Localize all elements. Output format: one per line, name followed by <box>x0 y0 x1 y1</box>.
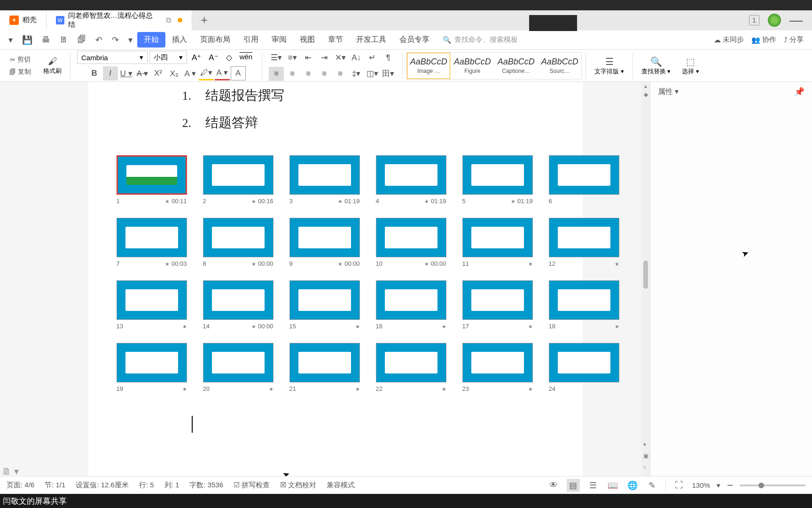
zoom-out-button[interactable]: − <box>727 479 733 492</box>
zoom-slider[interactable] <box>740 484 805 486</box>
menu-insert[interactable]: 插入 <box>165 32 194 48</box>
style-figure[interactable]: AaBbCcD Figure <box>451 53 494 79</box>
status-section[interactable]: 节: 1/1 <box>45 481 65 490</box>
document-page[interactable]: 1. 结题报告撰写 2. 结题答辩 1★ 00:112★ 00:163★ 01:… <box>88 82 583 486</box>
show-marks-button[interactable]: ¶ <box>381 51 396 65</box>
slide-thumb-22[interactable]: 22★ <box>376 343 446 392</box>
clear-format-icon[interactable]: ◇ <box>223 51 235 64</box>
menu-view[interactable]: 视图 <box>293 32 321 48</box>
asian-layout-button[interactable]: ✕▾ <box>333 51 348 65</box>
font-size-select[interactable]: 小四▾ <box>149 51 187 64</box>
tab-document[interactable]: W 闫老师智慧农…流程心得总结 ⧉ <box>47 10 192 30</box>
eye-icon[interactable]: 👁 <box>547 479 560 492</box>
preview-icon[interactable]: 🗎 <box>55 35 73 45</box>
status-words[interactable]: 字数: 3536 <box>189 481 223 490</box>
slide-thumb-10[interactable]: 10★ 00:00 <box>376 218 446 267</box>
tab-home[interactable]: ✦ 稻壳 <box>0 10 47 30</box>
slide-thumb-6[interactable]: 6 <box>549 155 619 205</box>
copy-button[interactable]: 🗐复制 <box>7 66 34 78</box>
subscript-button[interactable]: X₂ <box>167 66 182 80</box>
bold-button[interactable]: B <box>87 66 102 80</box>
find-replace-button[interactable]: 🔍 查找替换 ▾ <box>637 55 676 77</box>
menu-reference[interactable]: 引用 <box>237 32 265 48</box>
italic-button[interactable]: I <box>103 66 118 80</box>
save-icon[interactable]: 💾 <box>17 35 37 45</box>
status-row[interactable]: 行: 5 <box>139 481 154 490</box>
spell-check-button[interactable]: ☑ 拼写检查 <box>234 481 270 490</box>
slide-thumb-17[interactable]: 17★ <box>462 280 533 330</box>
web-view-icon[interactable]: 🌐 <box>626 479 639 492</box>
zoom-knob[interactable] <box>758 483 764 488</box>
slide-thumb-1[interactable]: 1★ 00:11 <box>117 155 187 205</box>
font-select[interactable]: Cambria▾ <box>77 51 148 64</box>
line-break-button[interactable]: ↵ <box>365 51 380 65</box>
superscript-button[interactable]: X² <box>151 66 166 80</box>
align-justify-button[interactable]: ≡ <box>317 67 332 81</box>
menu-review[interactable]: 审阅 <box>265 32 293 48</box>
slide-thumb-12[interactable]: 12★ <box>549 218 619 267</box>
decrease-indent-button[interactable]: ⇤ <box>301 51 316 65</box>
fit-icon[interactable]: ⛶ <box>672 479 686 492</box>
tab-restore-icon[interactable]: ⧉ <box>166 16 171 24</box>
sort-button[interactable]: A↓ <box>349 51 364 65</box>
status-col[interactable]: 列: 1 <box>164 481 180 490</box>
menu-pagelayout[interactable]: 页面布局 <box>194 32 237 48</box>
align-left-button[interactable]: ≡ <box>269 67 284 81</box>
page-icon[interactable]: 🗎 ▾ <box>2 466 19 477</box>
proof-button[interactable]: ☒ 文档校对 <box>280 481 316 490</box>
scroll-prev-icon[interactable]: ▣ <box>642 452 649 460</box>
zoom-percent[interactable]: 130% <box>692 481 710 489</box>
slide-thumb-7[interactable]: 7★ 00:03 <box>117 218 187 267</box>
borders-button[interactable]: 田▾ <box>381 67 396 81</box>
cut-button[interactable]: ✂剪切 <box>7 54 33 65</box>
print-icon[interactable]: 🖶 <box>37 35 55 45</box>
slide-thumb-14[interactable]: 14★ 00:00 <box>203 280 273 330</box>
undo-icon[interactable]: ↶ <box>91 35 107 45</box>
share-button[interactable]: ⤴分享 <box>784 35 804 44</box>
export-icon[interactable]: 🗐 <box>73 35 91 45</box>
text-layout-button[interactable]: ☰ 文字排版 ▾ <box>590 55 629 77</box>
slide-thumb-2[interactable]: 2★ 00:16 <box>203 155 273 205</box>
menu-devtools[interactable]: 开发工具 <box>350 32 393 48</box>
bullets-button[interactable]: ☰▾ <box>269 51 284 65</box>
command-search[interactable]: 🔍 查找命令、搜索模板 <box>436 33 524 46</box>
menu-dropdown-icon[interactable]: ▾ <box>4 35 17 45</box>
styles-gallery[interactable]: AaBbCcD Image … AaBbCcD Figure AaBbCcD C… <box>406 52 582 79</box>
user-avatar[interactable] <box>768 14 781 27</box>
scroll-marker-icon[interactable]: ◆ <box>643 90 649 99</box>
increase-font-icon[interactable]: A⁺ <box>189 51 204 64</box>
unsync-button[interactable]: ☁未同步 <box>714 35 744 44</box>
align-center-button[interactable]: ≡ <box>285 67 300 81</box>
shading-button[interactable]: ◫▾ <box>365 67 380 81</box>
select-button[interactable]: ⬚ 选择 ▾ <box>677 55 704 77</box>
outline-view-icon[interactable]: ☰ <box>586 479 600 492</box>
scroll-down-icon[interactable]: ▾ <box>642 440 649 449</box>
menu-start[interactable]: 开始 <box>137 32 165 48</box>
text-effects-button[interactable]: A ▾ <box>183 66 198 80</box>
scroll-thumb[interactable] <box>643 261 648 289</box>
chevron-down-icon[interactable]: ▾ <box>717 481 720 490</box>
minimize-button[interactable]: — <box>789 13 803 28</box>
menu-member[interactable]: 会员专享 <box>393 32 436 48</box>
format-brush-button[interactable]: 🖌 格式刷 <box>39 55 66 76</box>
pin-icon[interactable]: 📌 <box>794 87 804 97</box>
slide-thumb-23[interactable]: 23★ <box>462 343 533 392</box>
new-tab-button[interactable]: + <box>192 13 216 27</box>
slide-thumb-21[interactable]: 21★ <box>289 343 360 392</box>
slide-thumb-5[interactable]: 5★ 01:19 <box>462 155 533 205</box>
vertical-scrollbar[interactable]: ▴ ◆ ▾ ▣ ○ ▣ <box>641 82 650 486</box>
slide-thumb-16[interactable]: 16★ <box>376 280 446 330</box>
coop-button[interactable]: 👥协作 <box>751 35 776 44</box>
slide-thumb-20[interactable]: 20★ <box>203 343 273 392</box>
redo-icon[interactable]: ↷ <box>107 35 124 45</box>
style-image[interactable]: AaBbCcD Image … <box>407 53 450 79</box>
phonetic-icon[interactable]: wén <box>237 51 256 64</box>
decrease-font-icon[interactable]: A⁻ <box>206 51 221 64</box>
scroll-sel-icon[interactable]: ○ <box>642 463 649 471</box>
slide-thumb-3[interactable]: 3★ 01:19 <box>289 155 360 205</box>
increase-indent-button[interactable]: ⇥ <box>317 51 332 65</box>
window-count-badge[interactable]: 1 <box>749 15 759 25</box>
slide-thumb-13[interactable]: 13★ <box>117 280 187 330</box>
style-source[interactable]: AaBbCcD Sourc… <box>538 53 581 79</box>
numbering-button[interactable]: ≡▾ <box>285 51 300 65</box>
